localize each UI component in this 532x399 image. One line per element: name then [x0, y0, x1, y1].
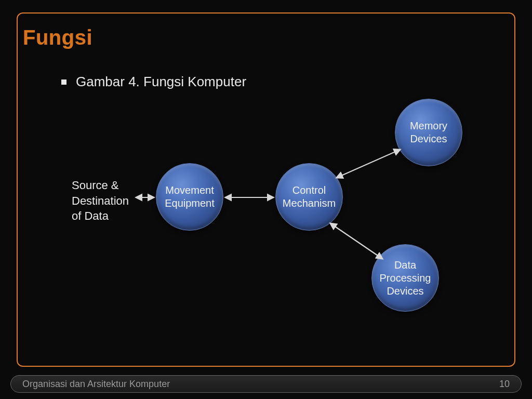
node-memory-devices: Memory Devices [395, 99, 462, 166]
node-label: Control Mechanism [283, 184, 336, 210]
node-control-mechanism: Control Mechanism [275, 163, 343, 231]
node-movement-equipment: Movement Equipment [156, 163, 223, 231]
footer-text: Organisasi dan Arsitektur Komputer [22, 379, 170, 390]
node-data-processing-devices: Data Processing Devices [371, 244, 439, 312]
diagram-container: Source & Destination of Data Movement Eq… [0, 0, 532, 399]
node-label: Movement Equipment [165, 184, 215, 210]
footer-bar: Organisasi dan Arsitektur Komputer 10 [10, 375, 522, 393]
arrow-control-memory [337, 150, 400, 178]
page-number: 10 [499, 379, 510, 390]
node-label: Memory Devices [410, 119, 447, 145]
arrow-control-processing [330, 223, 382, 259]
source-destination-label: Source & Destination of Data [72, 178, 129, 224]
node-label: Data Processing Devices [380, 259, 431, 298]
